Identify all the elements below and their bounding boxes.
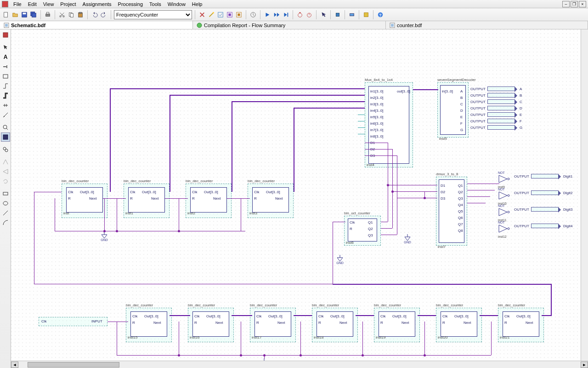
scroll-right-icon[interactable]: ► [581, 362, 588, 368]
orthogonal-bus-tool[interactable] [1, 91, 10, 100]
symbol-tool[interactable] [1, 62, 10, 71]
schematic-canvas[interactable]: bin_dec_counterClkROut[3..0]Nextinstbin_… [11, 29, 588, 368]
output-D[interactable]: OUTPUTD [470, 106, 522, 110]
output-B[interactable]: OUTPUTB [470, 93, 522, 98]
resource-button[interactable] [362, 11, 370, 19]
chip-icon[interactable] [334, 11, 342, 19]
block-mux[interactable]: Mux_8x4_to_1x4 in1[3..0]in2[3..0]in3[3..… [365, 78, 393, 82]
menu-file[interactable]: File [10, 1, 25, 7]
tab-schematic[interactable]: Schematic.bdf [0, 21, 193, 29]
rotate-tool[interactable] [1, 177, 10, 186]
fullscreen-tool[interactable] [1, 132, 10, 142]
menu-project[interactable]: Project [57, 1, 79, 7]
line-tool[interactable] [1, 208, 10, 218]
horizontal-scrollbar[interactable]: ◄ ► [11, 361, 588, 368]
block-tool[interactable] [1, 72, 10, 81]
wire [388, 185, 437, 185]
output-Digit2[interactable]: OUTPUTDigit2 [514, 190, 572, 195]
pointer-tool-button[interactable] [319, 11, 328, 19]
output-C[interactable]: OUTPUTC [470, 99, 522, 104]
output-Digit4[interactable]: OUTPUTDigit4 [514, 224, 572, 228]
block-bin-dec-counter[interactable]: bin_dec_counterClkROut[3..0]Nextinst18 [312, 303, 339, 307]
menu-view[interactable]: View [40, 1, 57, 7]
flip-h-tool[interactable] [1, 157, 10, 167]
window-close-button[interactable]: × [579, 1, 586, 7]
block-sevenseg[interactable]: sevenSegmentDecoder in[3..0] ABCDEFG ins… [437, 78, 476, 82]
next-step-button[interactable] [282, 11, 290, 19]
rectangle-tool[interactable] [1, 189, 10, 198]
arc-tool[interactable] [1, 218, 10, 227]
programmer-button[interactable] [348, 11, 356, 19]
block-bin-dec-counter[interactable]: bin_dec_counterClkROut[3..0]Nextinst15 [126, 303, 153, 307]
save-button[interactable] [20, 11, 28, 19]
scroll-left-icon[interactable]: ◄ [11, 362, 18, 368]
print-button[interactable] [44, 11, 52, 19]
not-gate[interactable]: NOTinst11 [498, 204, 511, 222]
detach-icon[interactable] [1, 30, 10, 40]
timer1-icon[interactable] [296, 11, 304, 19]
block-bin-dec-counter[interactable]: bin_dec_counterClkROut[3..0]Nextinst20 [436, 303, 463, 307]
start-compile-play-button[interactable] [272, 11, 281, 19]
tab-schematic-label: Schematic.bdf [11, 23, 45, 28]
open-button[interactable] [11, 11, 19, 19]
output-Digit3[interactable]: OUTPUTDigit3 [514, 207, 572, 212]
block-bin-dec-counter[interactable]: bin_dec_counterClkROut[3..0]Nextinst2 [186, 179, 213, 183]
help-button[interactable]: ? [376, 11, 384, 19]
block-bin-dec-counter[interactable]: bin_dec_counterClkROut[3..0]Nextinst19 [374, 303, 401, 307]
menu-tools[interactable]: Tools [146, 1, 164, 7]
timing-button[interactable] [249, 11, 257, 19]
output-Digit1[interactable]: OUTPUTDigit1 [514, 174, 572, 178]
start-play-button[interactable] [263, 11, 271, 19]
menu-edit[interactable]: Edit [25, 1, 40, 7]
not-gate[interactable]: NOTinst12 [498, 221, 511, 238]
project-select[interactable]: FrequencyCounter [114, 10, 192, 19]
not-gate[interactable]: NOTinst9 [498, 171, 511, 189]
block-oct-counter[interactable]: bin_oct_counter Clk R Q1 Q2 Q3 inst6 [344, 211, 370, 215]
block-bin-dec-counter[interactable]: bin_dec_counterClkROut[3..0]Nextinst3 [248, 179, 275, 183]
tab-counter[interactable]: counter.bdf [386, 21, 588, 29]
cut-button[interactable] [58, 11, 66, 19]
conduit-tool[interactable] [1, 101, 10, 110]
block-bin-dec-counter[interactable]: bin_dec_counterClkROut[3..0]Nextinst1 [124, 179, 151, 183]
window-restore-button[interactable]: ❐ [571, 1, 578, 7]
orthogonal-node-tool[interactable] [1, 81, 10, 91]
compile-button[interactable] [226, 11, 234, 19]
flip-v-tool[interactable] [1, 167, 10, 176]
tab-report[interactable]: Compilation Report - Flow Summary [193, 21, 386, 29]
block-bin-dec-counter[interactable]: bin_dec_counterClkROut[3..0]Nextinst [62, 179, 89, 183]
menu-processing[interactable]: Processing [115, 1, 146, 7]
vertical-scrollbar[interactable] [581, 29, 588, 361]
output-E[interactable]: OUTPUTE [470, 112, 522, 117]
menu-assignments[interactable]: Assignments [79, 1, 115, 7]
save-all-button[interactable] [29, 11, 38, 19]
menu-window[interactable]: Window [164, 1, 189, 7]
not-gate[interactable]: NOTinst10 [498, 188, 511, 205]
paste-button[interactable] [76, 11, 85, 19]
block-bin-dec-counter[interactable]: bin_dec_counterClkROut[3..0]Nextinst21 [498, 303, 525, 307]
wand-button[interactable] [207, 11, 215, 19]
redo-button[interactable] [100, 11, 108, 19]
find-tool[interactable] [1, 145, 10, 154]
copy-button[interactable] [67, 11, 75, 19]
menu-help[interactable]: Help [189, 1, 206, 7]
wire [413, 89, 438, 90]
scroll-thumb[interactable] [28, 362, 119, 368]
settings-button[interactable] [198, 11, 206, 19]
select-tool[interactable] [1, 43, 10, 52]
timer2-icon[interactable] [305, 11, 313, 19]
new-button[interactable] [2, 11, 10, 19]
undo-button[interactable] [90, 11, 99, 19]
oval-tool[interactable] [1, 199, 10, 208]
analysis-button[interactable] [216, 11, 225, 19]
text-tool[interactable]: A [1, 52, 10, 62]
diagonal-node-tool[interactable] [1, 110, 10, 120]
block-bin-dec-counter[interactable]: bin_dec_counterClkROut[3..0]Nextinst16 [188, 303, 215, 307]
output-F[interactable]: OUTPUTF [470, 119, 522, 123]
output-G[interactable]: OUTPUTG [470, 125, 522, 130]
analysis-elab-button[interactable] [235, 11, 243, 19]
output-A[interactable]: OUTPUTA [470, 86, 522, 91]
zoom-tool[interactable] [1, 123, 10, 132]
window-minimize-button[interactable]: – [562, 1, 570, 7]
block-dmux[interactable]: dmux_3_to_8 D1 D2 D3 Q1Q2Q3Q4Q5Q6Q7Q8 in… [436, 172, 458, 176]
block-bin-dec-counter[interactable]: bin_dec_counterClkROut[3..0]Nextinst17 [250, 303, 277, 307]
